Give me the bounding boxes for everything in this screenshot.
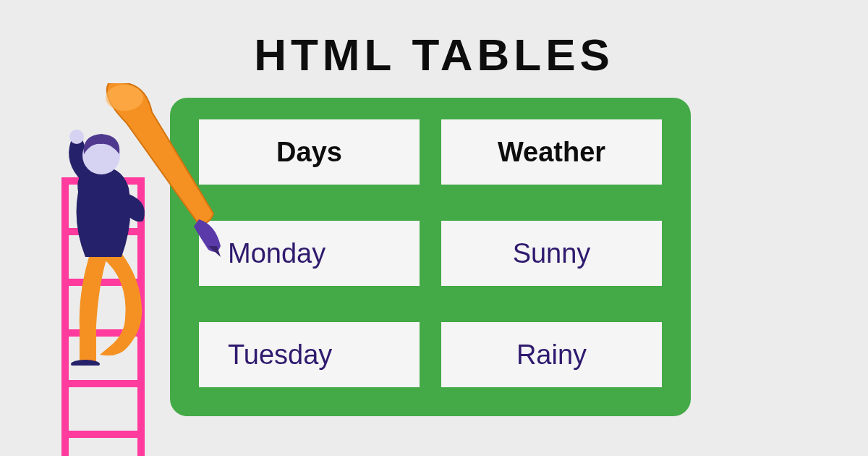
pencil-icon: [101, 83, 246, 257]
table-cell-day-1: Tuesday: [199, 322, 420, 387]
table-cell-weather-0: Sunny: [441, 221, 662, 286]
svg-point-3: [106, 85, 143, 111]
table-cell-weather-1: Rainy: [441, 322, 662, 387]
page-title: HTML TABLES: [254, 29, 614, 80]
table-header-weather: Weather: [441, 119, 662, 185]
table-card: Days Weather Monday Sunny Tuesday Rainy: [170, 98, 691, 416]
svg-point-1: [69, 130, 84, 144]
